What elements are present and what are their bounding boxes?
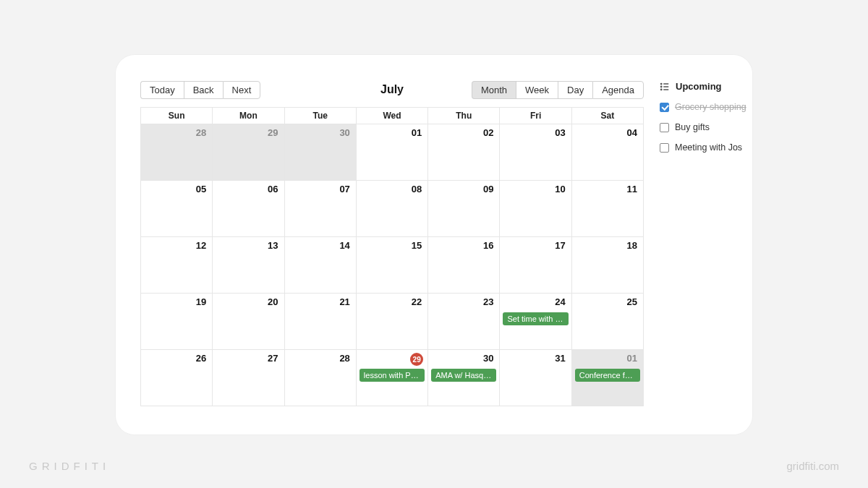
date-number: 28 bbox=[196, 127, 206, 138]
weekday-label: Sun bbox=[141, 108, 213, 124]
date-number: 30 bbox=[483, 353, 493, 364]
calendar-cell[interactable]: 29lesson with Prof… bbox=[357, 350, 428, 406]
date-number: 01 bbox=[627, 353, 637, 364]
calendar-grid: 2829300102030405060708091011121314151617… bbox=[140, 124, 644, 406]
date-number: 10 bbox=[555, 184, 565, 194]
calendar-cell[interactable]: 22 bbox=[357, 294, 428, 350]
view-day-button[interactable]: Day bbox=[558, 81, 592, 99]
date-number: 21 bbox=[339, 296, 349, 307]
calendar-cell[interactable]: 19 bbox=[141, 294, 213, 350]
calendar-event[interactable]: AMA w/ Hasque… bbox=[431, 369, 496, 382]
calendar-cell[interactable]: 17 bbox=[500, 237, 571, 294]
calendar-cell[interactable]: 10 bbox=[500, 181, 571, 237]
date-number: 16 bbox=[483, 240, 493, 251]
calendar-cell[interactable]: 16 bbox=[428, 237, 500, 294]
view-agenda-button[interactable]: Agenda bbox=[592, 81, 644, 99]
calendar-cell[interactable]: 28 bbox=[285, 350, 357, 406]
watermark-brand: GRIDFITI bbox=[29, 460, 110, 472]
calendar-weekday-header: SunMonTueWedThuFriSat bbox=[140, 107, 644, 124]
date-number: 04 bbox=[627, 127, 637, 138]
calendar-cell[interactable]: 30 bbox=[285, 124, 357, 181]
today-button[interactable]: Today bbox=[140, 81, 184, 99]
next-button[interactable]: Next bbox=[223, 81, 261, 99]
date-number: 20 bbox=[268, 296, 278, 307]
date-number: 15 bbox=[412, 240, 422, 251]
calendar-cell[interactable]: 03 bbox=[500, 124, 571, 181]
calendar-toolbar: Today Back Next July Month Week Day Agen… bbox=[140, 80, 644, 100]
task-checkbox[interactable] bbox=[660, 103, 669, 112]
view-button-group: Month Week Day Agenda bbox=[472, 81, 644, 99]
date-number: 23 bbox=[483, 296, 493, 307]
date-number: 13 bbox=[268, 240, 278, 251]
calendar-cell[interactable]: 23 bbox=[428, 294, 500, 350]
date-number: 11 bbox=[627, 184, 637, 194]
calendar-cell[interactable]: 25 bbox=[572, 294, 644, 350]
calendar-cell[interactable]: 02 bbox=[428, 124, 500, 181]
task-label: Meeting with Jos bbox=[675, 142, 742, 153]
view-month-button[interactable]: Month bbox=[472, 81, 516, 99]
date-number: 09 bbox=[483, 184, 493, 194]
calendar-cell[interactable]: 20 bbox=[213, 294, 284, 350]
upcoming-title: Upcoming bbox=[676, 81, 722, 92]
view-week-button[interactable]: Week bbox=[516, 81, 558, 99]
calendar-cell[interactable]: 14 bbox=[285, 237, 357, 294]
calendar-cell[interactable]: 01 bbox=[357, 124, 428, 181]
calendar-event[interactable]: Conference for … bbox=[575, 369, 640, 382]
svg-point-4 bbox=[660, 89, 661, 90]
task-item[interactable]: Meeting with Jos bbox=[660, 142, 752, 153]
calendar-cell[interactable]: 05 bbox=[141, 181, 213, 237]
date-number: 30 bbox=[339, 127, 349, 138]
date-number: 02 bbox=[483, 127, 493, 138]
calendar-cell[interactable]: 13 bbox=[213, 237, 284, 294]
app-card: Today Back Next July Month Week Day Agen… bbox=[116, 55, 752, 435]
date-number: 12 bbox=[196, 240, 206, 251]
date-number-today: 29 bbox=[410, 353, 423, 366]
calendar-cell[interactable]: 12 bbox=[141, 237, 213, 294]
date-number: 06 bbox=[268, 184, 278, 194]
watermark-url: gridfiti.com bbox=[786, 460, 839, 472]
calendar-cell[interactable]: 01Conference for … bbox=[572, 350, 644, 406]
date-number: 01 bbox=[412, 127, 422, 138]
date-number: 03 bbox=[555, 127, 565, 138]
calendar-cell[interactable]: 04 bbox=[572, 124, 644, 181]
date-number: 25 bbox=[627, 296, 637, 307]
calendar-cell[interactable]: 27 bbox=[213, 350, 284, 406]
task-checkbox[interactable] bbox=[660, 143, 669, 153]
date-number: 31 bbox=[555, 353, 565, 364]
weekday-label: Thu bbox=[428, 108, 500, 124]
date-number: 05 bbox=[196, 184, 206, 194]
calendar-cell[interactable]: 30AMA w/ Hasque… bbox=[428, 350, 500, 406]
task-label: Buy gifts bbox=[675, 122, 710, 132]
calendar-cell[interactable]: 15 bbox=[357, 237, 428, 294]
calendar-cell[interactable]: 06 bbox=[213, 181, 284, 237]
calendar-cell[interactable]: 21 bbox=[285, 294, 357, 350]
calendar-cell[interactable]: 26 bbox=[141, 350, 213, 406]
calendar-cell[interactable]: 09 bbox=[428, 181, 500, 237]
calendar-cell[interactable]: 24Set time with Li… bbox=[500, 294, 571, 350]
calendar-cell[interactable]: 31 bbox=[500, 350, 571, 406]
date-number: 27 bbox=[268, 353, 278, 364]
weekday-label: Sat bbox=[572, 108, 644, 124]
date-number: 24 bbox=[555, 296, 565, 307]
date-number: 18 bbox=[627, 240, 637, 251]
calendar-cell[interactable]: 11 bbox=[572, 181, 644, 237]
list-icon bbox=[660, 82, 670, 92]
date-number: 14 bbox=[339, 240, 349, 251]
task-checkbox[interactable] bbox=[660, 123, 669, 132]
svg-point-2 bbox=[660, 86, 661, 87]
upcoming-header: Upcoming bbox=[660, 81, 752, 92]
calendar-cell[interactable]: 29 bbox=[213, 124, 284, 181]
calendar-cell[interactable]: 28 bbox=[141, 124, 213, 181]
calendar-event[interactable]: Set time with Li… bbox=[503, 312, 568, 325]
calendar-panel: Today Back Next July Month Week Day Agen… bbox=[140, 80, 644, 435]
calendar-event[interactable]: lesson with Prof… bbox=[359, 369, 425, 382]
calendar-cell[interactable]: 18 bbox=[572, 237, 644, 294]
task-item[interactable]: Buy gifts bbox=[660, 122, 752, 132]
calendar-cell[interactable]: 08 bbox=[357, 181, 428, 237]
weekday-label: Tue bbox=[285, 108, 357, 124]
task-item[interactable]: Grocery shopping bbox=[660, 102, 752, 112]
task-label: Grocery shopping bbox=[675, 102, 746, 112]
weekday-label: Wed bbox=[357, 108, 428, 124]
back-button[interactable]: Back bbox=[184, 81, 223, 99]
calendar-cell[interactable]: 07 bbox=[285, 181, 357, 237]
